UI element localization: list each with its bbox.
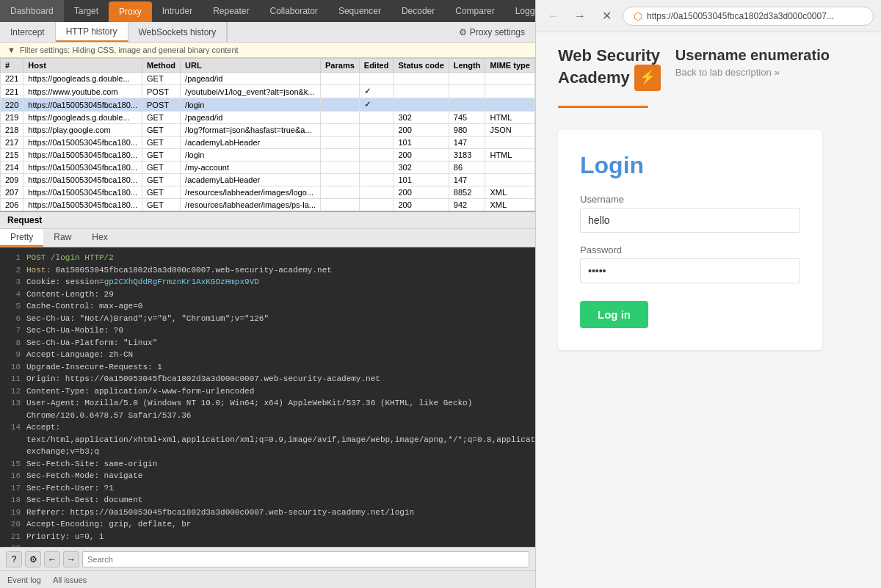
filter-icon: ▼ bbox=[7, 46, 15, 54]
col-params: Params bbox=[321, 59, 360, 73]
table-row[interactable]: 214https://0a150053045fbca180...GET/my-a… bbox=[1, 161, 536, 174]
line-number: 10 bbox=[6, 361, 21, 374]
title-area: Username enumeratio Back to lab descript… bbox=[675, 47, 859, 78]
login-button[interactable]: Log in bbox=[580, 301, 648, 328]
col-length: Length bbox=[449, 59, 485, 73]
back-button[interactable]: ← bbox=[44, 551, 60, 567]
nav-collaborator[interactable]: Collaborator bbox=[260, 0, 328, 22]
forward-button[interactable]: → bbox=[63, 551, 79, 567]
request-line: 11Origin: https://0a150053045fbca1802d3a… bbox=[6, 373, 529, 385]
request-panel: Request Pretty Raw Hex 1POST /login HTTP… bbox=[0, 212, 535, 547]
line-number: 20 bbox=[6, 518, 21, 531]
logo-icon: ⚡ bbox=[634, 65, 661, 91]
search-input[interactable] bbox=[82, 551, 529, 567]
line-text: Content-Type: application/x-www-form-url… bbox=[26, 385, 254, 398]
table-row[interactable]: 217https://0a150053045fbca180...GET/acad… bbox=[1, 137, 536, 149]
line-text: Sec-Ch-Ua: "Not/A)Brand";v="8", "Chromiu… bbox=[26, 313, 269, 325]
logo-line1: Web Security bbox=[558, 47, 661, 65]
settings-button[interactable]: ⚙ bbox=[25, 551, 41, 567]
all-issues-link[interactable]: All issues bbox=[53, 576, 87, 584]
line-number: 16 bbox=[6, 470, 21, 482]
table-row[interactable]: 220https://0a150053045fbca180...POST/log… bbox=[1, 98, 536, 112]
line-number: 14 bbox=[6, 421, 21, 458]
line-text: POST /login HTTP/2 bbox=[26, 252, 114, 264]
username-input[interactable] bbox=[580, 208, 800, 233]
help-button[interactable]: ? bbox=[6, 551, 22, 567]
request-line: 9Accept-Language: zh-CN bbox=[6, 349, 529, 361]
line-text: Cache-Control: max-age=0 bbox=[26, 300, 142, 313]
table-row[interactable]: 209https://0a150053045fbca180...GET/acad… bbox=[1, 174, 536, 186]
table-row[interactable]: 215https://0a150053045fbca180...GET/logi… bbox=[1, 149, 536, 161]
filter-text: Filter settings: Hiding CSS, image and g… bbox=[20, 46, 239, 54]
table-row[interactable]: 207https://0a150053045fbca180...GET/reso… bbox=[1, 186, 536, 199]
line-number: 8 bbox=[6, 337, 21, 349]
tab-http-history[interactable]: HTTP history bbox=[56, 22, 128, 42]
close-browser-button[interactable]: ✕ bbox=[596, 6, 617, 26]
request-line: 17Sec-Fetch-User: ?1 bbox=[6, 482, 529, 495]
col-method: Method bbox=[142, 59, 180, 73]
url-text: https://0a150053045fbca1802d3a3d000c0007… bbox=[647, 11, 834, 21]
tab-pretty[interactable]: Pretty bbox=[0, 229, 43, 247]
nav-decoder[interactable]: Decoder bbox=[391, 0, 445, 22]
tab-hex[interactable]: Hex bbox=[81, 229, 117, 247]
line-text: Referer: https://0a150053045fbca1802d3a3… bbox=[26, 507, 414, 519]
security-icon: ⬡ bbox=[634, 10, 642, 22]
table-row[interactable]: 221https://www.youtube.comPOST/youtubei/… bbox=[1, 85, 536, 98]
tab-raw[interactable]: Raw bbox=[43, 229, 81, 247]
col-mime: MIME type bbox=[485, 59, 534, 73]
line-text: Sec-Fetch-User: ?1 bbox=[26, 482, 114, 495]
line-number: 13 bbox=[6, 397, 21, 421]
forward-browser-button[interactable]: → bbox=[570, 6, 590, 26]
tab-intercept[interactable]: Intercept bbox=[0, 22, 56, 42]
table-row[interactable]: 206https://0a150053045fbca180...GET/reso… bbox=[1, 199, 536, 211]
line-number: 6 bbox=[6, 313, 21, 325]
line-text: Sec-Ch-Ua-Mobile: ?0 bbox=[26, 324, 123, 337]
line-number: 3 bbox=[6, 276, 21, 288]
line-text: Sec-Ch-Ua-Platform: "Linux" bbox=[26, 337, 157, 349]
password-group: Password bbox=[580, 244, 800, 283]
table-row[interactable]: 218https://play.google.comGET/log?format… bbox=[1, 124, 536, 137]
request-line: 4Content-Length: 29 bbox=[6, 288, 529, 301]
line-number: 18 bbox=[6, 494, 21, 507]
bottom-toolbar: ? ⚙ ← → bbox=[0, 547, 535, 570]
nav-repeater[interactable]: Repeater bbox=[203, 0, 259, 22]
divider bbox=[558, 106, 859, 108]
col-ext: Extension bbox=[534, 59, 535, 73]
url-bar[interactable]: ⬡ https://0a150053045fbca1802d3a3d000c00… bbox=[623, 7, 874, 26]
browser-toolbar: ← → ✕ ⬡ https://0a150053045fbca1802d3a3d… bbox=[536, 0, 881, 32]
tab-proxy-settings[interactable]: ⚙ Proxy settings bbox=[449, 24, 535, 40]
request-section-title: Request bbox=[0, 212, 535, 229]
event-log-link[interactable]: Event log bbox=[7, 576, 41, 584]
nav-target[interactable]: Target bbox=[64, 0, 109, 22]
nav-sequencer[interactable]: Sequencer bbox=[328, 0, 391, 22]
logo-container: Web Security Academy ⚡ bbox=[558, 47, 661, 91]
line-text: Accept-Encoding: gzip, deflate, br bbox=[26, 518, 191, 531]
table-row[interactable]: 221https://googleads.g.double...GET/page… bbox=[1, 73, 536, 85]
line-number: 7 bbox=[6, 324, 21, 337]
filter-bar: ▼ Filter settings: Hiding CSS, image and… bbox=[0, 43, 535, 58]
request-content: 1POST /login HTTP/22Host: 0a150053045fbc… bbox=[0, 247, 535, 547]
nav-proxy[interactable]: Proxy bbox=[109, 1, 152, 22]
request-line: 21Priority: u=0, i bbox=[6, 531, 529, 543]
nav-dashboard[interactable]: Dashboard bbox=[0, 0, 64, 22]
back-lab-link[interactable]: Back to lab description » bbox=[675, 67, 859, 78]
table-row[interactable]: 219https://googleads.g.double...GET/page… bbox=[1, 112, 536, 124]
line-number: 9 bbox=[6, 349, 21, 361]
login-title: Login bbox=[580, 152, 800, 179]
request-line: 1POST /login HTTP/2 bbox=[6, 252, 529, 264]
page-header: Web Security Academy ⚡ Username enumerat… bbox=[558, 47, 859, 91]
request-line: 20Accept-Encoding: gzip, deflate, br bbox=[6, 518, 529, 531]
request-line: 13User-Agent: Mozilla/5.0 (Windows NT 10… bbox=[6, 397, 529, 421]
http-table: # Host Method URL Params Edited Status c… bbox=[0, 58, 535, 212]
request-line: 14Accept: text/html,application/xhtml+xm… bbox=[6, 421, 529, 458]
line-text: Host: 0a150053045fbca1802d3a3d000c0007.w… bbox=[26, 264, 332, 277]
back-browser-button[interactable]: ← bbox=[543, 6, 564, 26]
nav-comparer[interactable]: Comparer bbox=[445, 0, 504, 22]
password-input[interactable] bbox=[580, 258, 800, 283]
request-line: 16Sec-Fetch-Mode: navigate bbox=[6, 470, 529, 482]
nav-intruder[interactable]: Intruder bbox=[152, 0, 203, 22]
proxy-tabs: Intercept HTTP history WebSockets histor… bbox=[0, 22, 535, 43]
request-line: 6Sec-Ch-Ua: "Not/A)Brand";v="8", "Chromi… bbox=[6, 313, 529, 325]
tab-websockets-history[interactable]: WebSockets history bbox=[128, 22, 228, 42]
browser-content: Web Security Academy ⚡ Username enumerat… bbox=[536, 32, 881, 588]
